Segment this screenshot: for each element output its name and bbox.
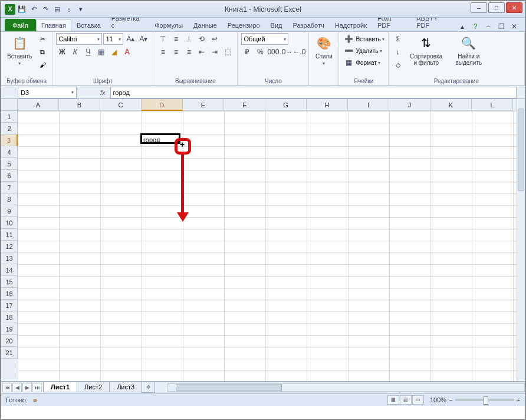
row-header-15[interactable]: 15 xyxy=(1,276,18,288)
row-header-20[interactable]: 20 xyxy=(1,335,18,347)
tab-data[interactable]: Данные xyxy=(188,19,222,31)
row-header-5[interactable]: 5 xyxy=(1,158,18,170)
column-header-a[interactable]: A xyxy=(18,99,59,111)
zoom-in-button[interactable]: + xyxy=(517,396,520,403)
autosum-icon[interactable]: Σ xyxy=(392,33,404,45)
delete-cells-button[interactable]: ➖Удалить▾ xyxy=(343,45,382,57)
bold-icon[interactable]: Ж xyxy=(56,46,68,58)
column-header-f[interactable]: F xyxy=(224,99,265,111)
row-header-10[interactable]: 10 xyxy=(1,217,18,229)
mdi-restore-icon[interactable]: ❐ xyxy=(497,22,506,31)
sheet-nav-last-icon[interactable]: ⏭ xyxy=(32,383,42,392)
format-cells-button[interactable]: ▦Формат▾ xyxy=(343,57,380,68)
currency-icon[interactable]: ₽ xyxy=(241,46,253,58)
copy-icon[interactable]: ⧉ xyxy=(37,46,48,58)
merge-icon[interactable]: ⬚ xyxy=(222,46,234,58)
view-pagebreak-icon[interactable]: ▭ xyxy=(412,395,424,405)
column-header-l[interactable]: L xyxy=(472,99,513,111)
cut-icon[interactable]: ✂ xyxy=(37,33,48,45)
formula-bar[interactable]: город xyxy=(110,87,517,99)
row-header-8[interactable]: 8 xyxy=(1,193,18,205)
row-header-6[interactable]: 6 xyxy=(1,170,18,182)
undo-icon[interactable]: ↶ xyxy=(28,4,39,15)
qat-dropdown-icon[interactable]: ▾ xyxy=(75,4,86,15)
mdi-close-icon[interactable]: ✕ xyxy=(509,22,519,31)
increase-indent-icon[interactable]: ⇥ xyxy=(209,46,221,58)
zoom-slider[interactable] xyxy=(455,399,514,401)
row-header-2[interactable]: 2 xyxy=(1,123,18,134)
sheet-tab-2[interactable]: Лист2 xyxy=(77,382,110,392)
column-header-e[interactable]: E xyxy=(183,99,224,111)
column-header-k[interactable]: K xyxy=(430,99,472,111)
view-layout-icon[interactable]: ▤ xyxy=(400,395,412,405)
horizontal-scrollbar[interactable] xyxy=(167,383,525,392)
fill-color-icon[interactable]: ◢ xyxy=(108,46,120,58)
paste-button[interactable]: 📋 Вставить ▾ xyxy=(5,33,34,67)
row-header-19[interactable]: 19 xyxy=(1,323,18,335)
row-header-18[interactable]: 18 xyxy=(1,311,18,323)
close-button[interactable]: ✕ xyxy=(506,2,522,13)
mdi-minimize-icon[interactable]: – xyxy=(484,22,493,31)
format-painter-icon[interactable]: 🖌 xyxy=(37,59,48,71)
row-header-1[interactable]: 1 xyxy=(1,111,18,123)
tab-formulas[interactable]: Формулы xyxy=(149,19,188,31)
tab-file[interactable]: Файл xyxy=(5,19,36,31)
column-header-d[interactable]: D xyxy=(142,99,183,111)
comma-icon[interactable]: 000 xyxy=(267,46,279,58)
tab-insert[interactable]: Вставка xyxy=(71,19,106,31)
increase-decimal-icon[interactable]: .0→ xyxy=(280,46,292,58)
fx-icon[interactable]: fx xyxy=(77,89,110,96)
tab-review[interactable]: Рецензиро xyxy=(222,19,265,31)
minimize-button[interactable]: – xyxy=(471,2,487,13)
column-header-c[interactable]: C xyxy=(100,99,142,111)
vertical-scrollbar[interactable] xyxy=(517,99,525,381)
align-right-icon[interactable]: ≡ xyxy=(183,46,195,58)
sheet-tab-3[interactable]: Лист3 xyxy=(109,382,142,392)
styles-button[interactable]: 🎨 Стили ▾ xyxy=(313,33,335,67)
row-header-9[interactable]: 9 xyxy=(1,205,18,217)
minimize-ribbon-icon[interactable]: ▴ xyxy=(458,22,467,31)
number-format-select[interactable]: Общий▾ xyxy=(241,33,288,45)
zoom-level[interactable]: 100% xyxy=(430,396,446,403)
font-color-icon[interactable]: A xyxy=(121,46,133,58)
tab-developer[interactable]: Разработч xyxy=(288,19,330,31)
sheet-nav-first-icon[interactable]: ⏮ xyxy=(2,383,12,392)
new-sheet-button[interactable]: ✧ xyxy=(142,382,155,393)
decrease-indent-icon[interactable]: ⇤ xyxy=(196,46,208,58)
help-icon[interactable]: ? xyxy=(471,22,480,31)
column-header-b[interactable]: B xyxy=(59,99,100,111)
select-all-corner[interactable] xyxy=(1,99,18,111)
row-header-14[interactable]: 14 xyxy=(1,264,18,276)
vscroll-thumb[interactable] xyxy=(518,109,524,191)
column-header-i[interactable]: I xyxy=(348,99,389,111)
redo-icon[interactable]: ↷ xyxy=(40,4,51,15)
row-header-21[interactable]: 21 xyxy=(1,347,18,359)
sheet-nav-prev-icon[interactable]: ◀ xyxy=(12,383,22,392)
grow-font-icon[interactable]: A▴ xyxy=(124,33,136,45)
shrink-font-icon[interactable]: A▾ xyxy=(137,33,149,45)
cells-area[interactable]: город + xyxy=(18,111,517,381)
column-header-h[interactable]: H xyxy=(307,99,348,111)
sheet-tab-1[interactable]: Лист1 xyxy=(43,382,77,392)
font-name-select[interactable]: Calibri▾ xyxy=(56,33,102,45)
filter-icon[interactable]: ▤ xyxy=(52,4,63,15)
underline-icon[interactable]: Ч xyxy=(82,46,94,58)
save-icon[interactable]: 💾 xyxy=(17,4,27,15)
tab-home[interactable]: Главная xyxy=(36,19,71,31)
worksheet-grid[interactable]: ABCDEFGHIJKL 123456789101112131415161718… xyxy=(1,99,525,381)
tab-addins[interactable]: Надстройк xyxy=(330,19,372,31)
maximize-button[interactable]: □ xyxy=(488,2,505,13)
align-center-icon[interactable]: ≡ xyxy=(170,46,182,58)
fill-handle[interactable] xyxy=(176,140,180,144)
row-header-12[interactable]: 12 xyxy=(1,241,18,252)
sort-filter-button[interactable]: ⇅ Сортировка и фильтр xyxy=(406,33,446,67)
view-normal-icon[interactable]: ▦ xyxy=(387,395,399,405)
fill-icon[interactable]: ↓ xyxy=(392,46,404,58)
insert-cells-button[interactable]: ➕Вставить▾ xyxy=(343,33,384,45)
row-header-4[interactable]: 4 xyxy=(1,146,18,158)
column-header-g[interactable]: G xyxy=(265,99,307,111)
percent-icon[interactable]: % xyxy=(254,46,266,58)
align-left-icon[interactable]: ≡ xyxy=(157,46,169,58)
align-bottom-icon[interactable]: ⊥ xyxy=(183,33,195,45)
align-middle-icon[interactable]: ≡ xyxy=(170,33,182,45)
